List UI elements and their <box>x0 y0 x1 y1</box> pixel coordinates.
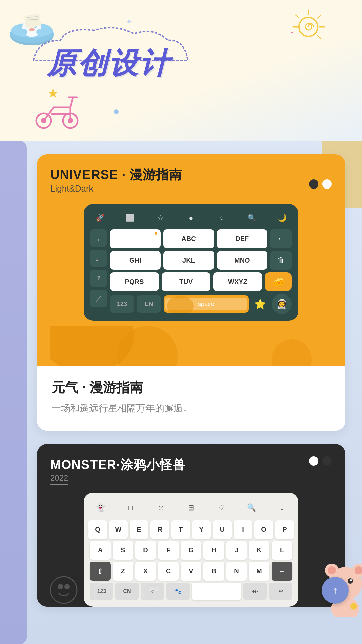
kb-cheese-key[interactable]: 🧀 <box>265 272 292 291</box>
mk-icon-search: 🔍 <box>244 500 259 516</box>
svg-line-23 <box>70 97 73 107</box>
kb-punct-comma[interactable]: ， <box>90 229 107 247</box>
kb-icon-moon: 🌙 <box>276 212 288 224</box>
monster-card: MONSTER·涂鸦小怪兽 2022 👻 □ ☺ ⊞ ♡ <box>37 444 345 607</box>
scroll-top-button[interactable]: ↑ <box>322 577 349 604</box>
kb-main-area: ABC DEF ← GHI JKL MNO 🗑 <box>110 229 292 314</box>
kb-key-mno[interactable]: MNO <box>217 251 267 270</box>
monster-title: MONSTER·涂鸦小怪兽 <box>50 456 186 473</box>
universe-keyboard: 🚀 ⬜ ☆ ● ○ 🔍 🌙 ， 。 ？ ／ <box>84 204 298 321</box>
universe-card-header: UNIVERSE · 漫游指南 Light&Dark 🚀 ⬜ ☆ ● ○ <box>37 154 345 366</box>
kb-key-ghi[interactable]: GHI <box>110 251 161 270</box>
monster-dot-dark <box>322 456 332 466</box>
kb-key-tuv[interactable]: TUV <box>162 272 210 291</box>
kb-row-3: PQRS TUV WXYZ 🧀 <box>110 272 292 291</box>
kb-small-dot <box>155 232 157 235</box>
kb-punct-question[interactable]: ？ <box>90 270 107 287</box>
mk-icon-heart: ♡ <box>214 500 229 516</box>
kb-key-abc[interactable]: ABC <box>163 229 214 248</box>
kb-icon-square: ⬜ <box>124 212 136 224</box>
mk-icon-ghost: 👻 <box>93 500 108 516</box>
svg-point-37 <box>328 566 336 574</box>
mk-key-u[interactable]: U <box>213 520 232 539</box>
monster-header-row: MONSTER·涂鸦小怪兽 2022 <box>50 456 332 493</box>
svg-line-16 <box>318 36 321 39</box>
mk-icon-down: ↓ <box>274 500 290 516</box>
kb-row-2: GHI JKL MNO 🗑 <box>110 251 292 270</box>
kb-btn-en[interactable]: EN <box>137 295 161 313</box>
orange-blob-area <box>50 326 332 366</box>
kb-astronaut[interactable]: 👨‍🚀 <box>272 294 292 314</box>
svg-point-28 <box>64 584 70 589</box>
universe-card-main-title: 元气 · 漫游指南 <box>52 378 330 397</box>
kb-icon-circle-filled: ● <box>185 212 197 224</box>
hero-section: ↑ 原创设计 ★ <box>0 0 362 141</box>
kb-delete[interactable]: 🗑 <box>270 251 292 270</box>
kb-star[interactable]: ⭐ <box>251 295 269 313</box>
mk-key-t[interactable]: T <box>171 520 190 539</box>
kb-punct-period[interactable]: 。 <box>90 250 107 267</box>
universe-card-desc: 一场和遥远行星相隔万年的邂逅。 <box>52 401 330 416</box>
kb-punct-slash[interactable]: ／ <box>90 290 107 307</box>
purple-sidebar-bar <box>0 141 27 644</box>
kb-key-jkl[interactable]: JKL <box>163 251 214 270</box>
blob-3 <box>272 339 312 366</box>
svg-point-7 <box>18 29 27 35</box>
hero-title: 原创设计 <box>47 44 170 84</box>
svg-point-32 <box>142 580 166 603</box>
mk-key-y[interactable]: Y <box>192 520 211 539</box>
kb-key-pqrs[interactable]: PQRS <box>110 272 159 291</box>
monster-dot-light <box>309 456 318 466</box>
svg-line-17 <box>296 15 299 18</box>
kb-left-col: ， 。 ？ ／ <box>90 229 107 314</box>
dot-dark <box>309 179 318 189</box>
kb-key-blank[interactable] <box>110 229 161 248</box>
mk-toolbar: 👻 □ ☺ ⊞ ♡ 🔍 ↓ <box>90 500 292 520</box>
blue-dot-2 <box>127 20 131 23</box>
kb-btn-123[interactable]: 123 <box>110 295 134 313</box>
mk-icon-grid: ⊞ <box>183 500 199 516</box>
kb-key-def[interactable]: DEF <box>217 229 267 248</box>
kb-icon-star: ☆ <box>155 212 167 224</box>
kb-toolbar: 🚀 ⬜ ☆ ● ○ 🔍 🌙 <box>90 212 292 229</box>
mk-key-o[interactable]: O <box>254 520 273 539</box>
monster-year: 2022 <box>50 473 68 485</box>
mk-row-qwerty: Q W E R T Y U I O P <box>90 520 292 539</box>
mk-key-w[interactable]: W <box>109 520 128 539</box>
monster-card-header: MONSTER·涂鸦小怪兽 2022 👻 □ ☺ ⊞ ♡ <box>37 444 345 607</box>
kb-icon-search: 🔍 <box>246 212 258 224</box>
svg-line-14 <box>318 15 321 18</box>
universe-title-row: UNIVERSE · 漫游指南 Light&Dark <box>50 166 332 202</box>
mk-key-r[interactable]: R <box>150 520 169 539</box>
universe-card-text: 元气 · 漫游指南 一场和遥远行星相隔万年的邂逅。 <box>37 366 345 431</box>
svg-point-26 <box>50 577 77 603</box>
arrow-decoration: ↑ <box>289 27 295 41</box>
monster-brand-section: MONSTER·涂鸦小怪兽 2022 <box>50 456 186 493</box>
kb-cheese-space: space <box>164 295 249 313</box>
svg-point-34 <box>155 587 159 591</box>
dot-light <box>322 179 332 189</box>
main-content: UNIVERSE · 漫游指南 Light&Dark 🚀 ⬜ ☆ ● ○ <box>0 141 362 644</box>
svg-point-46 <box>350 603 357 610</box>
svg-point-30 <box>100 589 104 593</box>
monster-dots-indicator <box>309 456 332 466</box>
kb-icon-rocket: 🚀 <box>94 212 106 224</box>
mk-key-i[interactable]: I <box>234 520 252 539</box>
mk-key-p[interactable]: P <box>275 520 294 539</box>
universe-title: UNIVERSE · 漫游指南 <box>50 166 182 183</box>
kb-icon-circle-empty: ○ <box>216 212 228 224</box>
svg-point-27 <box>58 584 63 589</box>
mk-key-q[interactable]: Q <box>88 520 107 539</box>
universe-brand-title: UNIVERSE · 漫游指南 Light&Dark <box>50 166 182 202</box>
kb-backspace[interactable]: ← <box>270 229 292 248</box>
svg-point-31 <box>104 589 108 593</box>
svg-point-29 <box>94 583 114 603</box>
mk-key-e[interactable]: E <box>130 520 148 539</box>
svg-point-33 <box>149 587 154 591</box>
universe-card: UNIVERSE · 漫游指南 Light&Dark 🚀 ⬜ ☆ ● ○ <box>37 154 345 431</box>
blue-dot-1 <box>114 109 119 114</box>
kb-key-wxyz[interactable]: WXYZ <box>213 272 262 291</box>
svg-point-43 <box>350 579 352 581</box>
kb-rows: ， 。 ？ ／ ABC DEF <box>90 229 292 314</box>
kb-bottom-row: 123 EN space ⭐ 👨‍🚀 <box>110 294 292 314</box>
